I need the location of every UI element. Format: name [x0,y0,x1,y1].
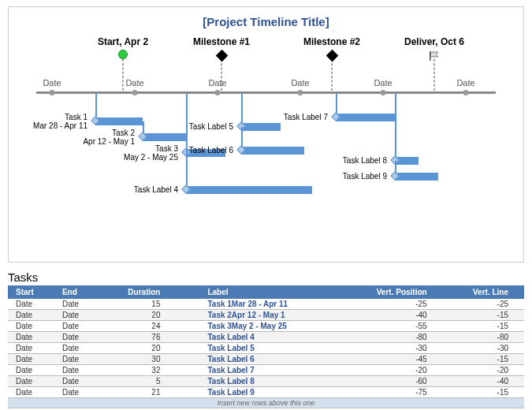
cell-vline: -25 [443,299,524,310]
cell-vline: -40 [443,376,524,387]
axis-tick [132,90,138,95]
insert-row-text: Insert new rows above this one [8,398,524,408]
insert-row[interactable]: Insert new rows above this one [8,398,524,408]
timeline-title: [Project Timeline Title] [20,15,512,28]
table-row[interactable]: DateDate15Task 1Mar 28 - Apr 11-25-25 [8,299,524,310]
cell-vpos: -75 [340,387,442,398]
col-end: End [54,285,99,299]
cell-label: Task Label 4 [176,332,340,343]
task-bar [241,123,281,131]
task-label: Task Label 8 [20,156,387,165]
milestone-marker-icon [221,50,230,58]
table-row[interactable]: DateDate20Task Label 5-30-30 [8,343,524,354]
cell-vline: -15 [443,321,524,332]
milestone-label: Milestone #1 [193,36,250,47]
task-label: Task Label 7 [20,113,328,121]
milestone-label: Start, Apr 2 [98,36,148,47]
cell-vpos: -80 [340,332,442,343]
cell-vpos: -25 [340,299,442,310]
milestone-label: Milestone #2 [303,36,360,47]
axis-tick [381,90,386,95]
cell-duration: 20 [99,310,177,321]
cell-duration: 20 [99,343,177,354]
table-header-row: Start End Duration Label Vert. Position … [8,285,524,299]
table-row[interactable]: DateDate5Task Label 8-60-40 [8,376,524,387]
date-label: Date [43,78,61,88]
cell-start: Date [8,343,54,354]
milestone-dash [434,59,435,91]
milestone-label: Deliver, Oct 6 [404,36,464,47]
cell-label: Task Label 7 [176,365,340,376]
task-bar [336,114,395,121]
table-row[interactable]: DateDate21Task Label 9-75-15 [8,387,524,398]
cell-duration: 24 [99,321,177,332]
task-bar [395,173,438,181]
cell-end: Date [54,376,99,387]
cell-label: Task 1Mar 28 - Apr 11 [176,299,340,310]
tasks-table: Start End Duration Label Vert. Position … [8,285,524,408]
cell-vline: -30 [443,343,524,354]
cell-start: Date [8,321,54,332]
table-row[interactable]: DateDate32Task Label 7-20-20 [8,365,524,376]
cell-end: Date [54,332,99,343]
tasks-heading: Tasks [8,270,524,284]
cell-duration: 30 [99,354,177,365]
col-label: Label [176,285,340,299]
cell-end: Date [54,343,99,354]
date-label: Date [208,78,226,88]
task-connector [395,94,396,161]
table-row[interactable]: DateDate20Task 2Apr 12 - May 1-40-15 [8,310,524,321]
cell-start: Date [8,354,54,365]
cell-start: Date [8,310,54,321]
cell-label: Task 3May 2 - May 25 [176,321,340,332]
task-bar [241,147,304,155]
cell-start: Date [8,387,54,398]
table-row[interactable]: DateDate24Task 3May 2 - May 25-55-15 [8,321,524,332]
cell-vline: -15 [443,387,524,398]
cell-label: Task Label 8 [176,376,340,387]
cell-vline: -15 [443,354,524,365]
milestone-dash [332,59,333,91]
milestone-dash [221,59,222,91]
axis-line [36,91,496,94]
task-label: Task Label 9 [20,172,387,181]
date-label: Date [374,78,392,88]
task-label: Task 2Apr 12 - May 1 [20,129,135,146]
axis-tick [215,90,221,95]
timeline-viz: DateDateDateDateDateDateStart, Apr 2Mile… [20,32,512,253]
cell-vpos: -55 [340,321,442,332]
task-label: Task Label 6 [20,146,233,155]
cell-duration: 15 [99,299,177,310]
cell-start: Date [8,299,54,310]
task-bar [186,186,312,194]
cell-start: Date [8,376,54,387]
cell-vline: -15 [443,310,524,321]
start-marker-icon [118,50,128,59]
cell-end: Date [54,310,99,321]
cell-label: Task Label 6 [176,354,340,365]
table-body: DateDate15Task 1Mar 28 - Apr 11-25-25Dat… [8,299,524,408]
cell-duration: 21 [99,387,177,398]
col-duration: Duration [99,285,177,299]
task-label: Task Label 5 [20,122,233,131]
flag-marker-icon [429,50,440,64]
cell-label: Task Label 5 [176,343,340,354]
cell-vpos: -40 [340,310,442,321]
cell-duration: 32 [99,365,177,376]
milestone-dash [123,59,124,91]
cell-start: Date [8,365,54,376]
cell-end: Date [54,321,99,332]
milestone-marker-icon [332,50,340,58]
tasks-section: Tasks Start End Duration Label Vert. Pos… [8,270,524,408]
cell-end: Date [54,299,99,310]
table-row[interactable]: DateDate30Task Label 6-45-15 [8,354,524,365]
col-start: Start [8,285,54,299]
cell-duration: 5 [99,376,177,387]
table-row[interactable]: DateDate76Task Label 4-80-80 [8,332,524,343]
cell-label: Task Label 9 [176,387,340,398]
cell-vpos: -30 [340,343,442,354]
cell-vline: -20 [443,365,524,376]
cell-vline: -80 [443,332,524,343]
axis-tick [50,90,55,95]
cell-duration: 76 [99,332,177,343]
